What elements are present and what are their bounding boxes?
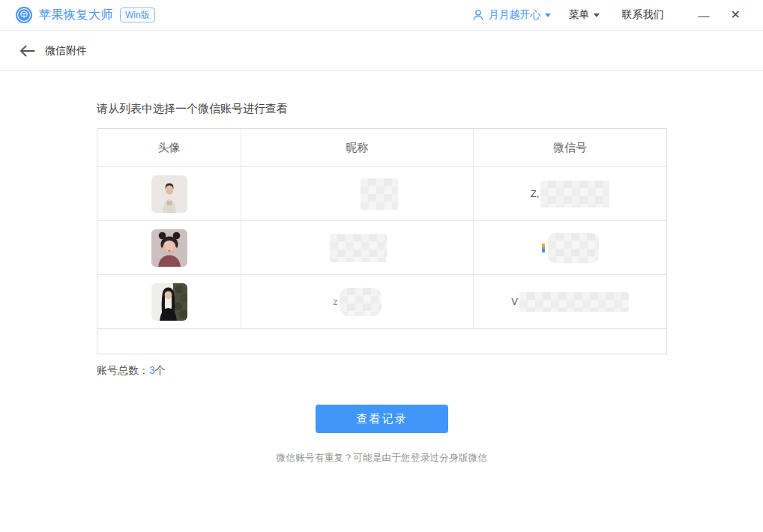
view-records-button[interactable]: 查看记录 — [316, 405, 448, 433]
avatar-cell — [97, 167, 241, 220]
table-header-row: 头像 昵称 微信号 — [97, 129, 666, 166]
redacted-nickname — [361, 178, 398, 210]
table-footer-row — [97, 328, 666, 354]
action-area: 查看记录 微信账号有重复？可能是由于您登录过分身版微信 — [97, 378, 667, 465]
avatar-image — [151, 283, 187, 321]
account-menu[interactable]: 月月越开心 — [472, 8, 551, 22]
chevron-down-icon — [594, 13, 600, 17]
duplicate-hint-text: 微信账号有重复？可能是由于您登录过分身版微信 — [97, 452, 667, 465]
avatar-cell — [97, 275, 241, 328]
column-header-avatar: 头像 — [97, 129, 241, 166]
account-total: 账号总数：3个 — [97, 364, 763, 378]
menu-label: 菜单 — [569, 8, 590, 22]
arrow-left-icon — [19, 45, 35, 57]
avatar-image — [151, 175, 187, 213]
avatar-cell — [97, 221, 241, 274]
titlebar-actions: 月月越开心 菜单 联系我们 — ✕ — [472, 8, 741, 22]
wechat-id-cell: V — [474, 275, 666, 328]
redacted-nickname — [340, 288, 382, 316]
titlebar: 苹果恢复大师 Win版 月月越开心 菜单 联系我们 — ✕ — [0, 0, 763, 31]
account-total-label: 账号总数： — [97, 364, 149, 376]
nickname-cell: z — [241, 275, 474, 328]
account-total-unit: 个 — [155, 364, 166, 376]
page-header: 微信附件 — [0, 31, 763, 71]
redacted-nickname — [330, 234, 387, 262]
table-row[interactable]: z V — [97, 274, 666, 328]
wechat-id-visible-fragment: V — [511, 296, 518, 307]
redacted-wechat-id — [540, 181, 609, 208]
avatar-image — [151, 229, 187, 267]
account-name: 月月越开心 — [489, 8, 541, 22]
app-brand: 苹果恢复大师 Win版 — [15, 6, 155, 24]
app-title: 苹果恢复大师 — [39, 7, 113, 23]
chevron-down-icon — [545, 13, 551, 17]
table-row[interactable] — [97, 220, 666, 274]
user-icon — [472, 9, 484, 21]
nickname-cell — [241, 221, 474, 274]
wechat-id-visible-fragment: Z, — [531, 188, 540, 199]
nickname-visible-fragment: z — [334, 297, 338, 307]
colored-glyph-fragment — [542, 244, 545, 253]
redacted-wechat-id — [548, 233, 599, 263]
contact-link[interactable]: 联系我们 — [622, 8, 664, 22]
back-button[interactable] — [19, 45, 35, 57]
minimize-button[interactable]: — — [699, 10, 710, 21]
app-logo-icon — [15, 6, 33, 24]
page-title: 微信附件 — [45, 44, 87, 58]
account-total-count: 3 — [149, 364, 155, 376]
accounts-table: 头像 昵称 微信号 — [97, 128, 667, 354]
nickname-cell — [241, 167, 474, 220]
table-row[interactable]: Z, — [97, 166, 666, 220]
version-badge: Win版 — [120, 7, 155, 22]
instruction-text: 请从列表中选择一个微信账号进行查看 — [97, 102, 763, 116]
main-content: 请从列表中选择一个微信账号进行查看 头像 昵称 微信号 — [0, 102, 763, 465]
column-header-wechat-id: 微信号 — [474, 129, 666, 166]
wechat-id-cell — [474, 221, 666, 274]
menu-dropdown[interactable]: 菜单 — [569, 8, 600, 22]
wechat-id-cell: Z, — [474, 167, 666, 220]
column-header-nickname: 昵称 — [241, 129, 474, 166]
close-button[interactable]: ✕ — [731, 9, 741, 21]
redacted-wechat-id — [519, 292, 629, 312]
